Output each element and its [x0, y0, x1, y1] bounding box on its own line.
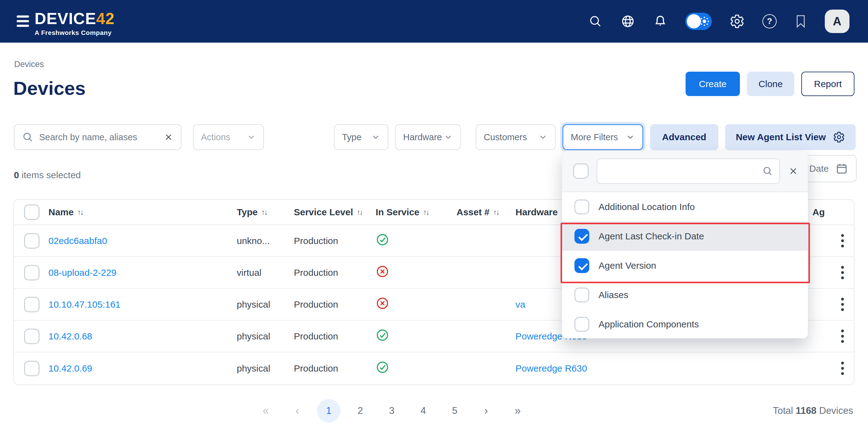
- select-all-checkbox[interactable]: [24, 205, 39, 220]
- menu-item-additional-location-info[interactable]: Additional Location Info: [562, 192, 808, 221]
- chevron-down-icon: [371, 132, 380, 142]
- clone-button[interactable]: Clone: [747, 72, 794, 96]
- panel-search-input[interactable]: [597, 166, 779, 176]
- device-type: physical: [237, 299, 294, 310]
- clear-search-icon[interactable]: [164, 132, 174, 142]
- service-level: Production: [294, 363, 376, 374]
- hardware-filter-dropdown[interactable]: Hardware: [395, 124, 461, 150]
- column-header-name[interactable]: Name↑↓: [49, 207, 237, 217]
- notifications-bell-icon[interactable]: [653, 14, 668, 28]
- row-menu-kebab-icon[interactable]: [841, 234, 844, 247]
- column-header-in-service[interactable]: In Service↑↓: [376, 207, 457, 217]
- pagination-first[interactable]: «: [254, 399, 278, 422]
- menu-checkbox[interactable]: [575, 317, 589, 332]
- pagination-last[interactable]: »: [506, 399, 529, 422]
- pagination-page-5[interactable]: 5: [443, 399, 466, 422]
- service-level: Production: [294, 331, 376, 341]
- pagination: « ‹ 1 2 3 4 5 › »: [254, 399, 529, 422]
- report-button[interactable]: Report: [801, 72, 855, 96]
- devices-page: DEVICE42 A Freshworks Company ?: [0, 0, 868, 446]
- row-checkbox[interactable]: [24, 233, 39, 249]
- row-checkbox[interactable]: [24, 297, 39, 312]
- column-header-asset[interactable]: Asset #↑↓: [457, 207, 516, 217]
- menu-item-agent-version[interactable]: Agent Version: [562, 251, 808, 280]
- search-input[interactable]: [39, 132, 158, 142]
- device-type: virtual: [237, 267, 294, 278]
- advanced-button[interactable]: Advanced: [650, 124, 718, 150]
- chevron-down-icon: [247, 132, 256, 142]
- brand-tagline: A Freshworks Company: [35, 29, 115, 36]
- customers-filter-dropdown[interactable]: Customers: [476, 124, 556, 150]
- pagination-next[interactable]: ›: [474, 399, 498, 422]
- column-header-agent[interactable]: Ag: [812, 207, 831, 217]
- menu-checkbox[interactable]: [575, 229, 589, 244]
- brand-text: DEVICE: [35, 9, 96, 28]
- pagination-prev[interactable]: ‹: [285, 399, 309, 422]
- panel-search-field: [597, 158, 780, 184]
- settings-gear-icon[interactable]: [730, 14, 745, 29]
- column-header-type[interactable]: Type↑↓: [237, 207, 294, 217]
- actions-dropdown[interactable]: Actions: [193, 124, 264, 150]
- service-level: Production: [294, 299, 376, 310]
- row-menu-kebab-icon[interactable]: [841, 266, 844, 279]
- create-button[interactable]: Create: [686, 72, 740, 96]
- in-service-status-icon: [376, 328, 457, 344]
- pagination-page-2[interactable]: 2: [348, 399, 372, 422]
- device-search: [14, 124, 182, 150]
- row-checkbox[interactable]: [24, 361, 39, 376]
- pagination-page-1[interactable]: 1: [317, 399, 340, 422]
- page-title: Devices: [13, 77, 86, 99]
- user-avatar[interactable]: A: [825, 9, 849, 33]
- calendar-icon: [836, 162, 848, 175]
- search-icon: [762, 166, 773, 177]
- row-menu-kebab-icon[interactable]: [841, 362, 844, 375]
- in-service-status-icon: [376, 265, 457, 280]
- bookmark-icon[interactable]: [795, 14, 807, 28]
- search-icon[interactable]: [588, 14, 602, 28]
- hardware-link[interactable]: Poweredge R630: [516, 363, 587, 374]
- menu-checkbox[interactable]: [575, 288, 589, 302]
- panel-close-icon[interactable]: [788, 166, 799, 176]
- device-name-link[interactable]: 10.10.47.105:161: [49, 299, 121, 309]
- device-name-link[interactable]: 10.42.0.68: [49, 331, 92, 341]
- device-name-link[interactable]: 08-upload-2-229: [49, 267, 116, 278]
- sort-icon[interactable]: ↑↓: [78, 208, 83, 216]
- help-icon[interactable]: ?: [763, 14, 777, 28]
- service-level: Production: [294, 236, 376, 246]
- device-name-link[interactable]: 02edc6aabfa0: [49, 236, 107, 246]
- pagination-page-4[interactable]: 4: [411, 399, 435, 422]
- row-checkbox[interactable]: [24, 265, 39, 280]
- more-filters-dropdown[interactable]: More Filters: [562, 124, 643, 150]
- globe-icon[interactable]: [620, 14, 635, 29]
- breadcrumb[interactable]: Devices: [14, 60, 44, 69]
- sort-icon[interactable]: ↑↓: [423, 208, 429, 216]
- column-header-service-level[interactable]: Service Level↑↓: [294, 207, 376, 217]
- total-devices-summary: Total 1168 Devices: [773, 405, 853, 416]
- sort-icon[interactable]: ↑↓: [493, 208, 499, 216]
- panel-select-all-checkbox[interactable]: [573, 163, 589, 179]
- sort-icon[interactable]: ↑↓: [261, 208, 267, 216]
- menu-checkbox[interactable]: [575, 200, 589, 214]
- type-filter-dropdown[interactable]: Type: [334, 124, 388, 150]
- menu-item-agent-last-check-in-date[interactable]: Agent Last Check-in Date: [562, 221, 808, 251]
- device-name-link[interactable]: 10.42.0.69: [49, 363, 92, 374]
- new-agent-list-view-button[interactable]: New Agent List View: [725, 124, 856, 150]
- pagination-page-3[interactable]: 3: [380, 399, 403, 422]
- menu-item-aliases[interactable]: Aliases: [562, 280, 808, 309]
- brand-accent-text: 42: [96, 9, 115, 28]
- brand-logo[interactable]: DEVICE42 A Freshworks Company: [35, 9, 115, 36]
- row-checkbox[interactable]: [24, 329, 39, 344]
- row-menu-kebab-icon[interactable]: [841, 330, 844, 343]
- chevron-down-icon: [626, 132, 635, 142]
- in-service-status-icon: [376, 233, 457, 249]
- menu-item-application-components[interactable]: Application Components: [562, 309, 808, 339]
- row-menu-kebab-icon[interactable]: [841, 298, 844, 311]
- panel-search-row: [562, 151, 808, 192]
- hamburger-menu-icon[interactable]: [17, 16, 30, 27]
- sort-icon[interactable]: ↑↓: [357, 208, 362, 216]
- navbar-icons: ? A: [588, 0, 849, 42]
- theme-toggle[interactable]: [685, 13, 712, 30]
- hardware-link[interactable]: va: [516, 299, 525, 309]
- menu-checkbox[interactable]: [575, 258, 589, 273]
- chevron-down-icon: [538, 132, 548, 142]
